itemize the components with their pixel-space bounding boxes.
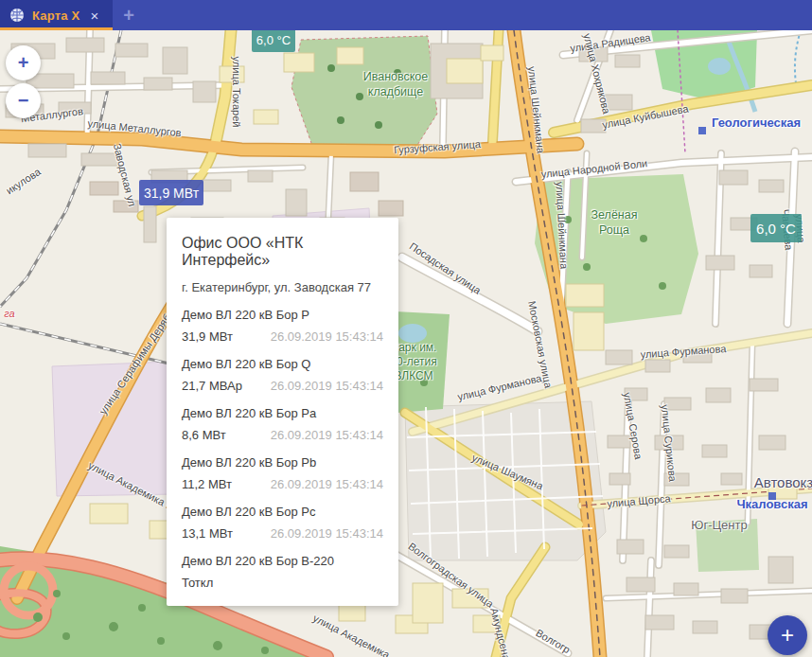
zoom-in-button[interactable]: + [6,45,41,80]
power-value-badge[interactable]: 31,9 МВт [139,180,203,205]
measurement-timestamp: 26.09.2019 15:43:14 [271,477,383,491]
active-tab-underline [0,27,113,30]
measurement-item: Демо ВЛ 220 кВ Бор Pb 11,2 МВт 26.09.201… [182,455,383,491]
new-tab-button[interactable]: + [113,0,145,30]
basemap-tiles [0,30,812,657]
zoom-out-button[interactable]: − [6,83,41,118]
metro-marker-chkalovskaya [768,492,776,500]
measurement-item: Демо ВЛ 220 кВ Бор P 31,9 МВт 26.09.2019… [182,308,383,344]
measurement-value: 21,7 МВАр [182,379,242,393]
measurement-name: Демо ВЛ 220 кВ Бор Q [182,357,383,371]
measurement-name: Демо ВЛ 220 кВ Бор Pa [182,406,383,420]
measurement-list: Демо ВЛ 220 кВ Бор P 31,9 МВт 26.09.2019… [182,308,383,590]
measurement-item: Демо ВЛ 220 кВ Бор Pa 8,6 МВт 26.09.2019… [182,406,383,442]
measurement-value: 31,9 МВт [182,329,233,344]
measurement-timestamp: 26.09.2019 15:43:14 [271,526,383,541]
add-fab-button[interactable]: + [768,615,807,655]
popup-address: г. Екатеринбург, ул. Заводская 77 [182,280,383,294]
object-info-popup: Офис ООО «НТК Интерфейс» г. Екатеринбург… [167,218,398,606]
measurement-name: Демо ВЛ 220 кВ Бор P [182,308,383,322]
temperature-badge-top[interactable]: 6,0 °C [252,30,295,52]
app-window: Карта X × + [0,0,812,657]
measurement-timestamp: 26.09.2019 15:43:14 [271,428,383,442]
measurement-item: Демо ВЛ 220 кВ Бор В-220 Тоткл [182,554,383,590]
metro-marker-geologicheskaya [698,127,706,134]
globe-icon [9,8,25,23]
measurement-value: 8,6 МВт [182,428,226,442]
measurement-timestamp: 26.09.2019 15:43:14 [271,329,383,344]
measurement-name: Демо ВЛ 220 кВ Бор Pc [182,505,383,519]
tab-karta-x[interactable]: Карта X × [0,0,113,30]
measurement-name: Демо ВЛ 220 кВ Бор Pb [182,455,383,470]
measurement-value: Тоткл [182,576,213,590]
tab-close-icon[interactable]: × [87,7,101,25]
temperature-badge-right[interactable]: 6,0 °C [750,214,802,242]
tab-title: Карта X [32,9,79,23]
measurement-item: Демо ВЛ 220 кВ Бор Pc 13,1 МВт 26.09.201… [182,505,383,541]
measurement-name: Демо ВЛ 220 кВ Бор В-220 [182,554,383,568]
map-canvas[interactable]: Металлурговулица МеталлурговГурзуфская у… [0,30,812,657]
tab-bar: Карта X × + [0,0,812,30]
measurement-value: 11,2 МВт [182,477,232,491]
measurement-value: 13,1 МВт [182,526,233,541]
measurement-timestamp: 26.09.2019 15:43:14 [271,379,383,393]
measurement-item: Демо ВЛ 220 кВ Бор Q 21,7 МВАр 26.09.201… [182,357,383,393]
popup-title: Офис ООО «НТК Интерфейс» [182,235,383,269]
